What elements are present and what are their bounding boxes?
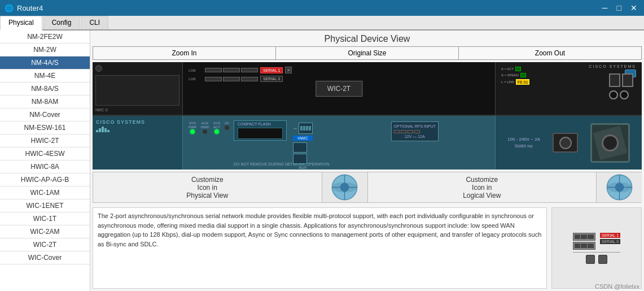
customize-logical-label: Customize Icon in Logical View (463, 176, 501, 199)
router-icon-logical (597, 172, 642, 203)
description-text: The 2-port asynchronous/synchronous seri… (93, 207, 547, 289)
tab-config[interactable]: Config (43, 16, 80, 29)
tab-bar: Physical Config CLI (0, 16, 644, 31)
close-button[interactable]: ✕ (628, 3, 639, 12)
sidebar-item-nm-8am[interactable]: NM-8AM (0, 95, 90, 108)
sidebar: NM-2FE2W NM-2W NM-4A/S NM-4E NM-8A/S NM-… (0, 31, 90, 291)
sidebar-item-hwic-8a[interactable]: HWIC-8A (0, 160, 90, 173)
original-size-button[interactable]: Original Size (276, 47, 459, 59)
customize-physical-label: Customize Icon in Physical View (186, 176, 228, 199)
serial1-label: SERIAL 1 (260, 67, 283, 73)
sidebar-item-wic-2t[interactable]: WIC-2T (0, 238, 90, 251)
sidebar-item-wic-1enet[interactable]: WIC-1ENET (0, 199, 90, 212)
sidebar-item-wic-cover[interactable]: WIC-Cover (0, 251, 90, 264)
link-label-1: Link (189, 68, 203, 72)
power-connector (590, 123, 630, 163)
description-area: The 2-port asynchronous/synchronous seri… (93, 207, 642, 289)
sidebar-item-wic-1am[interactable]: WIC-1AM (0, 186, 90, 199)
rps-label: OPTIONAL RPS INPUT (394, 124, 436, 128)
sidebar-item-nm-2w[interactable]: NM-2W (0, 44, 90, 57)
tab-physical[interactable]: Physical (0, 16, 42, 31)
sidebar-item-nm-esw-161[interactable]: NM-ESW-161 (0, 121, 90, 134)
content-area: Physical Device View Zoom In Original Si… (90, 31, 644, 291)
wic-slot: WIC-2T (316, 81, 362, 97)
zoom-out-button[interactable]: Zoom Out (459, 47, 641, 59)
cisco-brand-bottom: CISCO SYSTEMS (96, 119, 179, 125)
compact-flash-label: COMPACT FLASH (238, 122, 283, 126)
sidebar-item-hwic-4esw[interactable]: HWIC-4ESW (0, 147, 90, 160)
sidebar-item-wic-2am[interactable]: WIC-2AM (0, 225, 90, 238)
action-buttons-row: Customize Icon in Physical View Customiz… (93, 172, 642, 203)
title-bar: 🌐 Router4 ─ □ ✕ (0, 0, 644, 16)
device-view-title: Physical Device View (90, 31, 644, 46)
router-svg-physical (329, 172, 360, 203)
window-title: Router4 (17, 4, 43, 12)
tab-cli[interactable]: CLI (81, 16, 108, 29)
title-bar-controls: ─ □ ✕ (600, 3, 639, 12)
sidebar-item-nm-cover[interactable]: NM-Cover (0, 108, 90, 121)
minimize-button[interactable]: ─ (600, 3, 610, 12)
device-display: NMC 0 Link SERIAL 1 (93, 62, 642, 170)
serial0-label: SERIAL 0 (260, 76, 283, 82)
zoom-in-button[interactable]: Zoom In (93, 47, 276, 59)
cisco-brand-top: CISCO SYSTEMS (589, 64, 636, 68)
serial-card-image: SERIAL 1 SERIAL 0 (551, 207, 642, 289)
sidebar-item-wic-1t[interactable]: WIC-1T (0, 212, 90, 225)
router-svg-logical (604, 172, 635, 203)
nmc-label: NMC 0 (95, 108, 179, 112)
title-bar-left: 🌐 Router4 (5, 4, 43, 12)
customize-physical-button[interactable]: Customize Icon in Physical View (93, 172, 322, 203)
do-not-remove-label: DO NOT REMOVE DURING NETWORK OPERATION (234, 162, 329, 166)
sidebar-item-nm-4as[interactable]: NM-4A/S (0, 57, 90, 70)
zoom-controls: Zoom In Original Size Zoom Out (93, 46, 642, 60)
sidebar-item-nm-4e[interactable]: NM-4E (0, 70, 90, 82)
watermark-text: CSDN @folielxx (595, 283, 639, 290)
router-icon-physical (322, 172, 367, 203)
sidebar-item-nm-2fe2w[interactable]: NM-2FE2W (0, 31, 90, 44)
link-label-2: Link (189, 77, 203, 81)
customize-logical-button[interactable]: Customize Icon in Logical View (367, 172, 597, 203)
power-label: 100 - 240V ~ 2A 50/60 Hz (507, 136, 540, 149)
app-icon: 🌐 (5, 4, 14, 12)
maximize-button[interactable]: □ (615, 3, 624, 12)
sidebar-item-nm-8as[interactable]: NM-8A/S (0, 82, 90, 95)
sidebar-item-hwic-ap-ag-b[interactable]: HWIC-AP-AG-B (0, 173, 90, 186)
sidebar-item-hwic-2t[interactable]: HWIC-2T (0, 134, 90, 147)
main-layout: NM-2FE2W NM-2W NM-4A/S NM-4E NM-8A/S NM-… (0, 31, 644, 291)
power-switch[interactable] (553, 133, 578, 153)
